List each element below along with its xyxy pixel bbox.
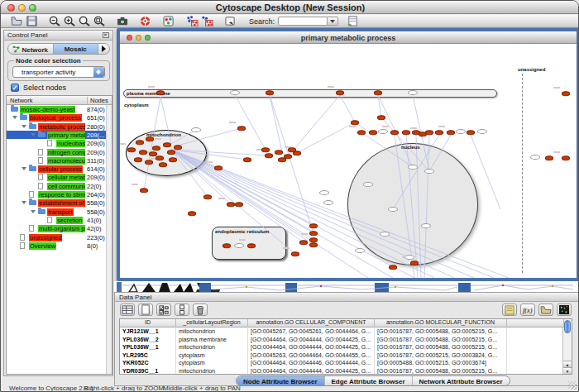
gene-node[interactable] [435, 130, 443, 135]
tree-row-multi-organism-pro[interactable]: multi-organism pro42(0) [7, 224, 112, 232]
table-cell[interactable]: [GO:0044464, GO:0044444, GO:0044425, G..… [248, 337, 375, 345]
open-folder-icon[interactable] [9, 16, 24, 27]
tab-overflow-arrow-icon[interactable] [98, 44, 109, 54]
table-cell[interactable]: [GO:0016787, GO:0005488, GO:0005215, G..… [375, 328, 507, 337]
gene-node-outline[interactable] [408, 90, 418, 95]
table-cell[interactable]: cytoplasm [176, 360, 248, 368]
snapshot-camera-icon[interactable] [115, 16, 130, 27]
expand-triangle-icon[interactable] [31, 133, 36, 139]
gene-node[interactable] [562, 91, 570, 96]
tree-col-nodes[interactable]: Nodes [87, 97, 108, 104]
delete-attribute-icon[interactable] [193, 304, 208, 316]
gene-node[interactable] [159, 162, 167, 167]
gene-node[interactable] [227, 202, 235, 207]
table-cell[interactable]: mitochondrion [176, 344, 248, 352]
expand-triangle-icon[interactable] [31, 210, 36, 216]
tree-scrollbar[interactable] [106, 105, 112, 374]
column-header[interactable]: ID [120, 319, 176, 327]
gene-node[interactable] [139, 150, 147, 155]
gene-node-outline[interactable] [378, 129, 388, 134]
search-dropdown-icon[interactable] [328, 17, 338, 26]
gene-node[interactable] [374, 90, 382, 95]
gene-node-outline[interactable] [404, 255, 414, 260]
table-cell[interactable]: plasma membrane [176, 337, 248, 345]
gene-node[interactable] [235, 202, 243, 207]
gene-node[interactable] [223, 243, 231, 248]
table-cell[interactable]: [GO:0045263, GO:0044464, GO:0044455, G..… [248, 352, 375, 361]
tree-row-cellular-process[interactable]: cellular process614(0) [7, 165, 112, 173]
scroll-up-icon[interactable]: ▲ [563, 361, 572, 367]
table-cell[interactable]: cytoplasm [176, 352, 248, 361]
table-cell[interactable]: YDR039C__1 [120, 368, 176, 375]
column-header[interactable]: annotation.GO CELLULAR_COMPONENT [248, 319, 375, 327]
tree-row-nitrogen-compo[interactable]: nitrogen compo209(0) [7, 148, 112, 156]
gene-node-outline[interactable] [191, 127, 201, 132]
gene-node[interactable] [134, 157, 142, 162]
gene-node[interactable] [357, 130, 366, 135]
gene-node[interactable] [410, 261, 419, 265]
network-view-frame[interactable]: primary metabolic process plasma membran… [117, 28, 579, 281]
tree-row-metabolic-process[interactable]: metabolic process280(0) [7, 122, 112, 131]
import-attributes-icon[interactable] [538, 304, 553, 316]
network-canvas[interactable]: plasma membrane cytoplasm mitochondrion … [120, 44, 577, 278]
gene-node[interactable] [309, 231, 318, 236]
gene-node[interactable] [467, 130, 475, 135]
gene-node[interactable] [278, 157, 286, 162]
table-cell[interactable]: [GO:0044464, GO:0044446, GO:0044444, G..… [248, 360, 375, 368]
zoom-fit-icon[interactable] [92, 16, 107, 27]
zoom-in-icon[interactable] [62, 16, 77, 27]
gene-node-outline[interactable] [388, 207, 398, 212]
tree-row-transport[interactable]: transport558(0) [7, 208, 112, 216]
gene-node-outline[interactable] [456, 129, 466, 134]
select-nodes-checkbox[interactable]: ✓ [11, 84, 19, 92]
gene-node[interactable] [389, 265, 397, 270]
scroll-down-icon[interactable]: ▼ [563, 367, 572, 374]
tree-row-mosaic-demo-yeast[interactable]: mosaic-demo-yeast874(0) [7, 105, 112, 113]
gene-node-outline[interactable] [477, 129, 487, 134]
gene-node-outline[interactable] [319, 190, 329, 195]
gene-node[interactable] [288, 147, 296, 152]
function-builder-icon[interactable]: f(x) [520, 304, 535, 316]
gene-node[interactable] [149, 151, 157, 156]
expand-triangle-icon[interactable] [12, 116, 17, 122]
table-cell[interactable]: YPL036W__1 [120, 344, 176, 352]
table-cell[interactable]: [GO:0016787, GO:0005488, GO:0005215, G..… [375, 337, 507, 345]
table-cell[interactable]: YLR295C [120, 352, 176, 361]
gene-node[interactable] [309, 237, 318, 242]
gene-node[interactable] [425, 130, 433, 135]
tree-row-establishment-of-lo[interactable]: establishment of lo558(0) [7, 198, 112, 207]
vizmapper-icon[interactable] [161, 16, 176, 27]
tree-col-network[interactable]: Network [10, 97, 33, 104]
table-cell[interactable]: [GO:0044464, GO:0044444, GO:0044425, G..… [248, 344, 375, 352]
gene-node[interactable] [163, 142, 171, 147]
node-color-dropdown[interactable]: transporter activity [12, 66, 105, 78]
tab-node-attribute-browser[interactable]: Node Attribute Browser [237, 376, 325, 385]
table-cell[interactable]: [GO:0045267, GO:0045261, GO:0044464, G..… [248, 328, 375, 337]
create-attribute-icon[interactable] [138, 304, 153, 316]
gene-node[interactable] [266, 90, 274, 95]
table-cell[interactable]: [GO:0016787, GO:0005488, GO:0005215, G..… [375, 344, 507, 352]
import-network-table-icon[interactable] [345, 16, 360, 27]
gene-node[interactable] [562, 155, 570, 160]
gene-node[interactable] [247, 243, 256, 248]
tree-row-cellular-metabol[interactable]: cellular metabol209(0) [7, 173, 112, 181]
filter-nodes-1-icon[interactable] [184, 16, 199, 27]
table-cell[interactable]: mitochondrion [176, 368, 248, 375]
table-cell[interactable]: [GO:0044464, GO:0044444, GO:0044425, G..… [248, 368, 375, 375]
tree-row-response-to-stimulu[interactable]: response to stimulu264(0) [7, 190, 112, 198]
gene-node[interactable] [136, 140, 144, 145]
gene-node[interactable] [265, 153, 273, 158]
table-cell[interactable]: mitochondrion [176, 328, 248, 337]
matrix-icon[interactable] [557, 304, 572, 316]
tree-row-primary-metabo[interactable]: primary metabo209(... [7, 131, 112, 139]
gene-node[interactable] [140, 188, 148, 193]
tree-row-unassigned[interactable]: unassigned223(0) [7, 233, 112, 241]
float-panel-icon[interactable] [103, 32, 109, 38]
gene-node[interactable] [174, 145, 182, 150]
gene-node[interactable] [309, 242, 318, 247]
gene-node-outline[interactable] [421, 223, 431, 228]
gene-node[interactable] [377, 115, 385, 120]
gene-node-outline[interactable] [380, 232, 390, 237]
column-mapping-icon[interactable] [175, 304, 189, 316]
save-icon[interactable] [24, 16, 39, 27]
